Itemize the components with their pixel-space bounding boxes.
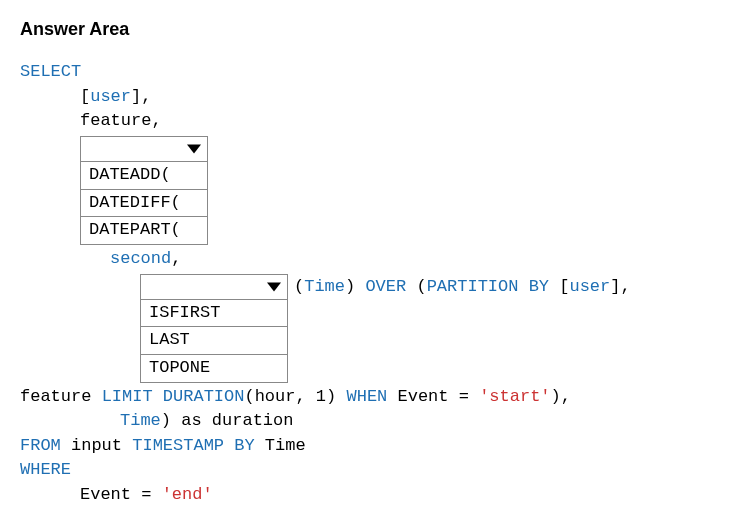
dropdown1-option[interactable]: DATEDIFF( bbox=[81, 189, 208, 217]
feature-line: feature, bbox=[20, 109, 709, 134]
dropdown2-option[interactable]: ISFIRST bbox=[141, 299, 288, 327]
time-word2: Time bbox=[120, 411, 161, 430]
feature-word: feature, bbox=[80, 111, 162, 130]
dropdown2[interactable]: ISFIRST LAST TOPONE bbox=[140, 274, 288, 383]
open-paren: ( bbox=[294, 277, 304, 296]
feature2: feature bbox=[20, 387, 102, 406]
answer-area-title: Answer Area bbox=[20, 16, 709, 42]
second-word: second bbox=[110, 249, 171, 268]
dropdown2-option[interactable]: TOPONE bbox=[141, 354, 288, 382]
input-word: input bbox=[61, 436, 132, 455]
dropdown1-container: DATEADD( DATEDIFF( DATEPART( bbox=[20, 136, 709, 245]
timestamp-by-keyword: TIMESTAMP BY bbox=[132, 436, 254, 455]
start-literal: 'start' bbox=[479, 387, 550, 406]
bracket-open: [ bbox=[80, 87, 90, 106]
time-as-line: Time) as duration bbox=[20, 409, 709, 434]
close: ), bbox=[551, 387, 571, 406]
dropdown2-container: ISFIRST LAST TOPONE (Time) OVER (PARTITI… bbox=[20, 274, 709, 383]
feature-limit-line: feature LIMIT DURATION(hour, 1) WHEN Eve… bbox=[20, 385, 709, 410]
event-eq2: Event = bbox=[80, 485, 162, 504]
space bbox=[549, 277, 559, 296]
bracket-close: ] bbox=[131, 87, 141, 106]
over-keyword: OVER bbox=[355, 277, 416, 296]
from-line: FROM input TIMESTAMP BY Time bbox=[20, 434, 709, 459]
when-keyword: WHEN bbox=[346, 387, 387, 406]
dropdown1-option[interactable]: DATEPART( bbox=[81, 217, 208, 245]
open-paren2: ( bbox=[416, 277, 426, 296]
select-line: SELECT bbox=[20, 60, 709, 85]
as-duration: ) as duration bbox=[161, 411, 294, 430]
user-line: [user], bbox=[20, 85, 709, 110]
time-word: Time bbox=[304, 277, 345, 296]
after-dropdown2-text: (Time) OVER (PARTITION BY [user], bbox=[294, 274, 631, 300]
comma2: , bbox=[171, 249, 181, 268]
end-literal: 'end' bbox=[162, 485, 213, 504]
comma1: , bbox=[141, 87, 151, 106]
dropdown1[interactable]: DATEADD( DATEDIFF( DATEPART( bbox=[80, 136, 208, 245]
time-word3: Time bbox=[255, 436, 306, 455]
chevron-down-icon bbox=[267, 282, 281, 291]
event-end-line: Event = 'end' bbox=[20, 483, 709, 508]
from-keyword: FROM bbox=[20, 436, 61, 455]
bracket-open2: [ bbox=[559, 277, 569, 296]
select-keyword: SELECT bbox=[20, 62, 81, 81]
limit-keyword: LIMIT DURATION bbox=[102, 387, 245, 406]
dropdown1-option[interactable]: DATEADD( bbox=[81, 162, 208, 190]
event-eq: Event = bbox=[387, 387, 479, 406]
dropdown2-head[interactable] bbox=[141, 274, 288, 299]
dropdown2-option[interactable]: LAST bbox=[141, 327, 288, 355]
second-line: second, bbox=[20, 247, 709, 272]
user-word: user bbox=[90, 87, 131, 106]
partition-keyword: PARTITION BY bbox=[427, 277, 549, 296]
where-keyword: WHERE bbox=[20, 460, 71, 479]
where-line: WHERE bbox=[20, 458, 709, 483]
close-paren: ) bbox=[345, 277, 355, 296]
chevron-down-icon bbox=[187, 145, 201, 154]
dropdown1-head[interactable] bbox=[81, 137, 208, 162]
hour-part: (hour, 1) bbox=[244, 387, 346, 406]
user-word2: user bbox=[569, 277, 610, 296]
bracket-close-comma: ], bbox=[610, 277, 630, 296]
